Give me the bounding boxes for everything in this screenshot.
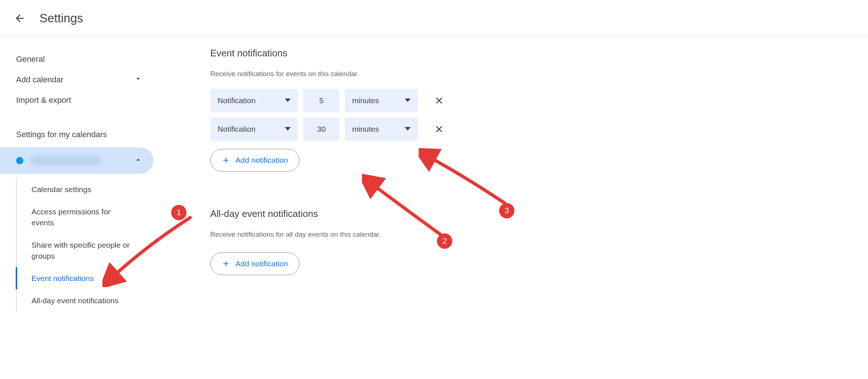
add-notification-button[interactable]: Add notification: [210, 149, 299, 172]
dropdown-icon: [405, 96, 411, 105]
calendar-sub-nav: Calendar settings Access permissions for…: [16, 178, 154, 312]
notification-unit-select[interactable]: minutes: [345, 89, 418, 112]
section-title: Event notifications: [210, 48, 448, 59]
main-content: Event notifications Receive notification…: [154, 37, 448, 312]
notification-value: 30: [317, 125, 325, 134]
notification-method-label: Notification: [218, 125, 256, 134]
subnav-access-permissions[interactable]: Access permissions for events: [17, 200, 141, 234]
dropdown-icon: [285, 125, 291, 134]
plus-icon: [222, 156, 230, 165]
add-notification-label: Add notification: [235, 259, 288, 268]
remove-notification-button[interactable]: [430, 120, 448, 138]
dropdown-icon: [405, 125, 411, 134]
sidebar-heading-my-calendars: Settings for my calendars: [0, 125, 154, 145]
sidebar-calendar-item[interactable]: [0, 147, 154, 174]
notification-value: 5: [319, 96, 324, 105]
notification-value-input[interactable]: 30: [303, 117, 340, 141]
chevron-up-icon: [134, 155, 143, 166]
section-title: All-day event notifications: [210, 208, 448, 219]
back-arrow-button[interactable]: [11, 10, 29, 27]
notification-unit-label: minutes: [352, 125, 379, 134]
subnav-allday-notifications[interactable]: All-day event notifications: [17, 289, 141, 312]
notification-row: Notification 30 minutes: [210, 117, 448, 141]
calendar-color-dot: [16, 157, 23, 164]
dropdown-icon: [285, 96, 291, 105]
chevron-down-icon: [134, 74, 143, 85]
section-description: Receive notifications for all day events…: [210, 230, 448, 239]
settings-sidebar: General Add calendar Import & export Set…: [0, 37, 154, 312]
sidebar-item-general[interactable]: General: [0, 49, 154, 69]
calendar-name-redacted: [31, 156, 100, 165]
notification-row: Notification 5 minutes: [210, 89, 448, 112]
subnav-event-notifications[interactable]: Event notifications: [16, 267, 140, 289]
notification-unit-label: minutes: [352, 96, 379, 105]
notification-value-input[interactable]: 5: [303, 89, 340, 112]
close-icon: [434, 124, 444, 134]
notification-method-label: Notification: [218, 96, 256, 105]
page-title: Settings: [39, 11, 83, 25]
remove-notification-button[interactable]: [430, 92, 448, 109]
sidebar-item-label: Add calendar: [16, 75, 64, 85]
sidebar-item-add-calendar[interactable]: Add calendar: [0, 69, 154, 90]
notification-method-select[interactable]: Notification: [210, 89, 298, 112]
section-description: Receive notifications for events on this…: [210, 70, 448, 78]
section-allday-notifications: All-day event notifications Receive noti…: [210, 208, 448, 275]
plus-icon: [222, 259, 230, 268]
notification-method-select[interactable]: Notification: [210, 117, 298, 141]
close-icon: [434, 96, 444, 105]
notification-unit-select[interactable]: minutes: [345, 117, 418, 141]
add-notification-label: Add notification: [235, 156, 288, 165]
subnav-calendar-settings[interactable]: Calendar settings: [17, 178, 141, 200]
app-header: Settings: [0, 0, 868, 37]
subnav-share-specific[interactable]: Share with specific people or groups: [17, 234, 141, 267]
section-event-notifications: Event notifications Receive notification…: [210, 48, 448, 172]
arrow-left-icon: [14, 12, 26, 24]
add-notification-button[interactable]: Add notification: [210, 252, 299, 275]
sidebar-item-import-export[interactable]: Import & export: [0, 90, 154, 110]
